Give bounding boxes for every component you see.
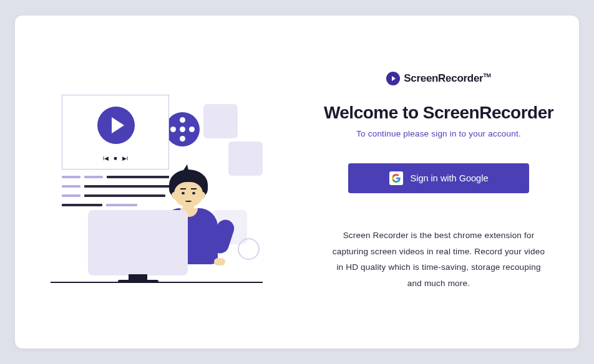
illustration-panel: I◀■▶I — [15, 16, 298, 348]
signin-panel: ScreenRecorderTM Welcome to ScreenRecord… — [298, 16, 579, 348]
page-subtitle: To continue please sign in to your accou… — [356, 129, 521, 138]
play-icon — [97, 107, 135, 144]
player-controls-illustration: I◀■▶I — [62, 155, 168, 161]
page-title: Welcome to ScreenRecorder — [324, 103, 553, 123]
signin-card: I◀■▶I — [15, 16, 579, 348]
product-description: Screen Recorder is the best chrome exten… — [323, 228, 554, 292]
google-signin-button[interactable]: Sign in with Google — [348, 163, 529, 193]
logo-play-icon — [386, 72, 400, 85]
logo-text: ScreenRecorderTM — [404, 72, 491, 85]
google-signin-label: Sign in with Google — [411, 173, 489, 183]
monitor-illustration — [88, 210, 188, 275]
product-logo: ScreenRecorderTM — [386, 72, 491, 85]
small-reel-icon — [238, 238, 260, 260]
google-icon — [389, 171, 403, 185]
film-reel-icon — [165, 112, 200, 146]
hero-illustration: I◀■▶I — [51, 82, 263, 282]
decorative-square — [203, 104, 238, 138]
video-player-illustration: I◀■▶I — [62, 95, 169, 170]
